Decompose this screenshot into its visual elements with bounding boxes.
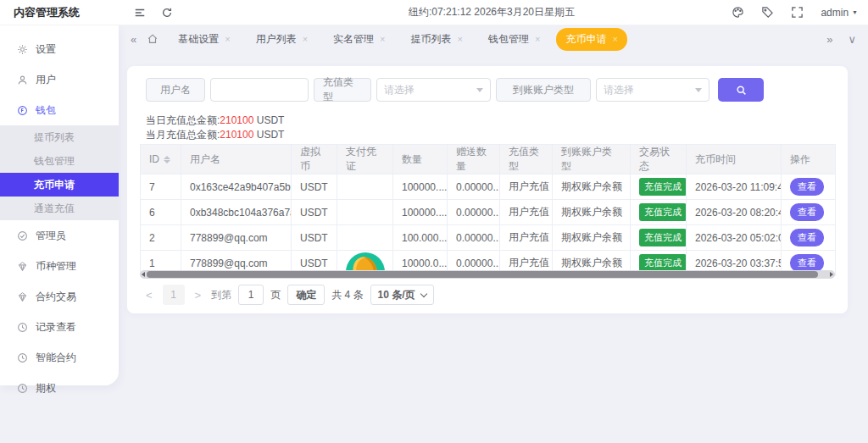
username-input[interactable] <box>210 78 309 102</box>
sidebar-item-label: 记录查看 <box>36 320 76 335</box>
refresh-icon[interactable] <box>161 7 173 19</box>
tab-withdraw-list[interactable]: 提币列表 × <box>402 28 472 51</box>
table-header-row: ID 用户名 虚拟币 支付凭证 数量 赠送数量 充值类型 到账账户类型 交易状态… <box>141 145 836 174</box>
tab-wallet-management[interactable]: 钱包管理 × <box>479 28 549 51</box>
table-row: 2 778899@qq.com USDT 100.000... 0.00000.… <box>141 225 836 251</box>
cell-coin: USDT <box>292 225 337 251</box>
submenu-item-channel-recharge[interactable]: 通道充值 <box>0 197 119 220</box>
status-badge: 充值完成 <box>639 254 687 272</box>
sidebar-item-settings[interactable]: 设置 <box>0 34 119 64</box>
cell-amount: 100.000... <box>393 225 448 251</box>
cell-amount: 100000.... <box>393 200 448 225</box>
sidebar-item-contract-trading[interactable]: 合约交易 <box>0 281 119 312</box>
admin-user-menu[interactable]: admin ▼ <box>821 7 858 19</box>
col-actions: 操作 <box>782 145 836 174</box>
cell-bonus: 0.00000... <box>448 200 500 225</box>
cell-time: 2026-03-20 11:09:46 <box>687 174 782 200</box>
tab-basic-settings[interactable]: 基础设置 × <box>169 28 239 51</box>
tag-icon[interactable] <box>761 6 774 19</box>
tab-realname-management[interactable]: 实名管理 × <box>324 28 394 51</box>
tab-deposit-request[interactable]: 充币申请 × <box>556 28 626 51</box>
scroll-left-icon[interactable] <box>142 272 145 277</box>
page-size-select[interactable]: 10 条/页 <box>370 285 434 305</box>
current-page[interactable]: 1 <box>163 285 185 305</box>
sidebar: 设置 用户 钱包 提币列表 钱包管理 充币申请 通道充值 管理员 币种管理 合约… <box>0 25 119 385</box>
tab-label: 充币申请 <box>565 32 606 47</box>
tab-user-list[interactable]: 用户列表 × <box>247 28 317 51</box>
chevron-down-icon <box>420 290 426 296</box>
view-button[interactable]: 查看 <box>790 254 824 272</box>
prev-page-icon[interactable]: < <box>142 289 156 302</box>
scrollbar-thumb[interactable] <box>147 271 818 278</box>
recharge-type-select[interactable]: 请选择 <box>376 78 491 102</box>
close-icon[interactable]: × <box>458 34 463 44</box>
close-icon[interactable]: × <box>535 34 540 44</box>
sidebar-item-label: 合约交易 <box>36 290 76 304</box>
close-icon[interactable]: × <box>303 34 308 44</box>
cell-proof <box>337 225 393 251</box>
account-type-select[interactable]: 请选择 <box>596 78 709 102</box>
cell-bonus: 0.00000... <box>448 225 500 251</box>
submenu-item-label: 提币列表 <box>34 130 75 145</box>
home-icon[interactable] <box>147 33 159 45</box>
submenu-item-wallet-management[interactable]: 钱包管理 <box>0 149 119 173</box>
tab-label: 用户列表 <box>256 32 297 47</box>
user-icon <box>17 75 28 86</box>
gem-icon <box>17 261 28 272</box>
monthly-total-label: 当月充值总金额: <box>146 129 220 141</box>
cell-actions: 查看 <box>782 174 836 200</box>
horizontal-scrollbar[interactable] <box>140 270 835 279</box>
sidebar-item-records[interactable]: 记录查看 <box>0 312 119 342</box>
tab-label: 提币列表 <box>411 32 452 47</box>
goto-confirm-button[interactable]: 确定 <box>287 285 325 305</box>
sidebar-item-wallet[interactable]: 钱包 <box>0 95 119 125</box>
tabs-collapse-icon[interactable]: « <box>131 33 136 46</box>
sidebar-item-label: 用户 <box>36 73 56 87</box>
cell-type: 用户充值 <box>500 200 553 225</box>
fullscreen-icon[interactable] <box>791 6 804 19</box>
cell-proof <box>337 200 393 225</box>
tabs-menu-icon[interactable]: ∨ <box>848 33 856 46</box>
sidebar-item-admins[interactable]: 管理员 <box>0 220 119 251</box>
close-icon[interactable]: × <box>380 34 385 44</box>
col-account: 到账账户类型 <box>553 145 631 174</box>
cell-account: 期权账户余额 <box>553 225 631 251</box>
goto-page-input[interactable] <box>238 285 264 305</box>
tab-bar: « 基础设置 × 用户列表 × 实名管理 × 提币列表 × 钱包管理 × 充币申… <box>119 25 868 53</box>
tabs-expand-icon[interactable]: » <box>826 33 832 46</box>
tab-label: 基础设置 <box>178 32 219 47</box>
close-icon[interactable]: × <box>612 34 617 44</box>
cell-type: 用户充值 <box>500 174 553 200</box>
sidebar-item-smart-contract[interactable]: 智能合约 <box>0 342 119 373</box>
col-label: ID <box>149 153 159 165</box>
sidebar-item-options[interactable]: 期权 <box>0 373 119 403</box>
tab-label: 实名管理 <box>333 32 374 47</box>
search-button[interactable] <box>718 78 764 102</box>
status-badge: 充值完成 <box>639 203 687 221</box>
sidebar-item-users[interactable]: 用户 <box>0 64 119 95</box>
sidebar-item-label: 期权 <box>36 381 56 396</box>
clock-icon <box>17 352 28 363</box>
cell-username: 0xb348cbc104a376a7aa28... <box>181 200 292 225</box>
daily-total-unit: USDT <box>253 114 284 126</box>
sidebar-item-coin-management[interactable]: 币种管理 <box>0 251 119 281</box>
view-button[interactable]: 查看 <box>790 203 824 221</box>
sidebar-item-label: 管理员 <box>36 229 66 243</box>
cell-coin: USDT <box>292 174 337 200</box>
clock-icon <box>17 383 28 394</box>
menu-fold-icon[interactable] <box>134 7 146 19</box>
next-page-icon[interactable]: > <box>192 289 205 302</box>
view-button[interactable]: 查看 <box>790 229 824 246</box>
cell-actions: 查看 <box>782 200 836 225</box>
col-proof: 支付凭证 <box>337 145 393 174</box>
submenu-item-deposit-request[interactable]: 充币申请 <box>0 173 119 197</box>
submenu-item-withdraw-list[interactable]: 提币列表 <box>0 125 119 149</box>
col-id[interactable]: ID <box>141 145 181 174</box>
sort-icon[interactable] <box>164 156 170 163</box>
close-icon[interactable]: × <box>225 34 230 44</box>
sidebar-item-label: 币种管理 <box>36 259 76 274</box>
theme-palette-icon[interactable] <box>732 6 744 19</box>
status-badge: 充值完成 <box>639 229 687 246</box>
view-button[interactable]: 查看 <box>790 178 824 196</box>
scroll-right-icon[interactable] <box>830 272 833 277</box>
